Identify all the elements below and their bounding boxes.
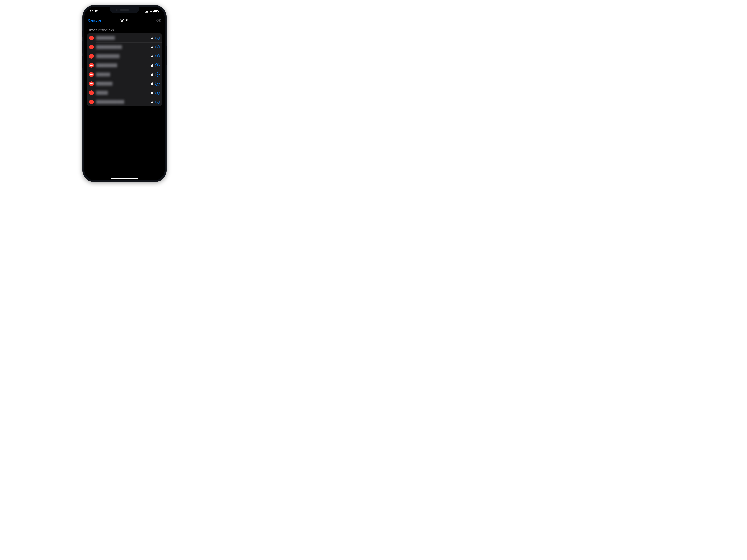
network-name: ████████████ (96, 100, 151, 104)
known-networks-header: REDES CONOCIDAS (84, 25, 164, 33)
network-row[interactable]: ███████████i (87, 43, 162, 52)
volume-down-button (82, 56, 83, 69)
battery-percentage: 62 (155, 10, 157, 12)
row-icons: i (151, 63, 159, 68)
lock-icon (151, 101, 153, 103)
row-icons: i (151, 100, 159, 104)
row-icons: i (151, 91, 159, 95)
network-name: ████████ (96, 36, 151, 40)
network-row[interactable]: ████████i (87, 33, 162, 43)
info-button[interactable]: i (155, 91, 159, 95)
network-row[interactable]: ████████████i (87, 97, 162, 106)
minus-icon (90, 74, 93, 75)
network-name: █████████ (96, 63, 151, 67)
row-icons: i (151, 81, 159, 86)
battery-icon: 62 (153, 10, 159, 13)
lock-icon (151, 36, 153, 39)
row-icons: i (151, 36, 159, 40)
delete-network-button[interactable] (89, 91, 94, 95)
delete-network-button[interactable] (89, 63, 94, 68)
cancel-button[interactable]: Cancelar (88, 19, 101, 23)
wifi-icon (149, 10, 153, 12)
network-name: ███████████ (96, 45, 151, 49)
network-row[interactable]: █████i (87, 88, 162, 97)
network-row[interactable]: █████████i (87, 61, 162, 70)
delete-network-button[interactable] (89, 81, 94, 86)
delete-network-button[interactable] (89, 45, 94, 49)
info-button[interactable]: i (155, 100, 159, 104)
power-button (166, 46, 167, 66)
info-button[interactable]: i (155, 36, 159, 40)
minus-icon (90, 65, 93, 66)
lock-icon (151, 55, 153, 57)
notch (110, 7, 139, 13)
lock-icon (151, 82, 153, 85)
page-title: Wi-Fi (121, 19, 128, 23)
delete-network-button[interactable] (89, 35, 94, 40)
network-name: ███████ (96, 82, 151, 85)
delete-network-button[interactable] (89, 72, 94, 77)
info-button[interactable]: i (155, 63, 159, 68)
network-row[interactable]: ██████i (87, 70, 162, 79)
info-button[interactable]: i (155, 81, 159, 86)
lock-icon (151, 92, 153, 94)
minus-icon (90, 47, 93, 47)
network-name: ██████ (96, 73, 151, 76)
network-row[interactable]: ██████████i (87, 52, 162, 61)
status-right: 62 (145, 10, 159, 13)
delete-network-button[interactable] (89, 54, 94, 58)
info-button[interactable]: i (155, 72, 159, 77)
minus-icon (90, 38, 93, 38)
lock-icon (151, 73, 153, 76)
ok-button[interactable]: OK (156, 19, 161, 23)
minus-icon (90, 102, 93, 102)
known-networks-list: ████████i███████████i██████████i████████… (87, 33, 162, 106)
network-name: █████ (96, 91, 151, 95)
minus-icon (90, 83, 93, 84)
row-icons: i (151, 45, 159, 49)
lock-icon (151, 46, 153, 48)
status-time: 10:12 (90, 10, 98, 13)
nav-bar: Cancelar Wi-Fi OK (84, 16, 164, 25)
minus-icon (90, 93, 93, 93)
minus-icon (90, 56, 93, 56)
screen: 10:12 62 Cancelar Wi-Fi (84, 7, 164, 180)
info-button[interactable]: i (155, 54, 159, 58)
lock-icon (151, 64, 153, 67)
front-camera (116, 9, 118, 11)
volume-up-button (82, 41, 83, 54)
network-name: ██████████ (96, 54, 151, 58)
cellular-icon (145, 10, 149, 12)
row-icons: i (151, 72, 159, 77)
delete-network-button[interactable] (89, 100, 94, 104)
row-icons: i (151, 54, 159, 58)
phone-frame: 10:12 62 Cancelar Wi-Fi (82, 5, 166, 182)
info-button[interactable]: i (155, 45, 159, 49)
mute-switch (82, 30, 83, 37)
speaker-grille (120, 9, 129, 10)
network-row[interactable]: ███████i (87, 79, 162, 88)
home-indicator[interactable] (111, 178, 138, 179)
